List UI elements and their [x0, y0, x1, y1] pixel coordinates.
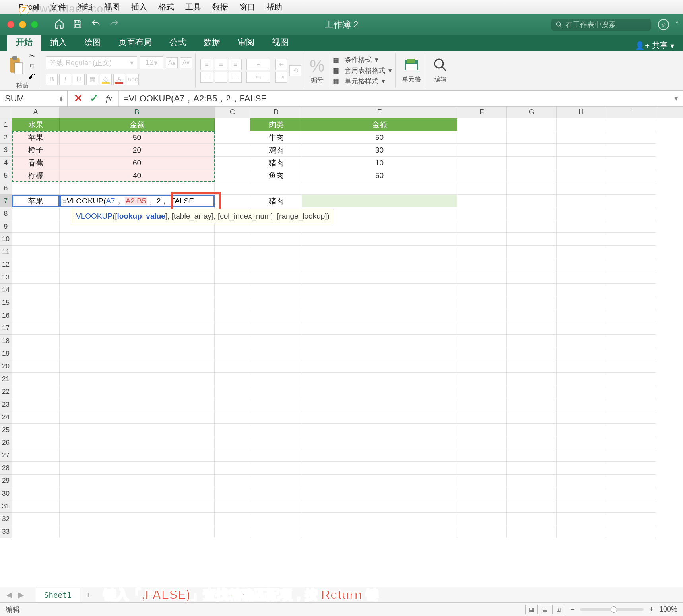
cell-A10[interactable] [12, 233, 60, 246]
cell-I28[interactable] [606, 462, 656, 475]
cell-C17[interactable] [215, 322, 250, 335]
cell-I20[interactable] [606, 360, 656, 373]
fx-icon[interactable]: fx [106, 93, 112, 104]
cell-E10[interactable] [302, 233, 457, 246]
cell-A2[interactable]: 苹果 [12, 131, 60, 144]
cell-F25[interactable] [457, 424, 507, 436]
row-header-13[interactable]: 13 [0, 271, 12, 284]
cell-F7[interactable] [457, 195, 507, 207]
cell-E12[interactable] [302, 258, 457, 271]
cell-A33[interactable] [12, 525, 60, 538]
align-top-icon[interactable]: ≡ [200, 59, 213, 70]
cell-B1[interactable]: 金额 [60, 118, 215, 131]
cell-D3[interactable]: 鸡肉 [250, 144, 302, 157]
cell-H27[interactable] [557, 449, 606, 462]
cell-E23[interactable] [302, 398, 457, 411]
cell-H16[interactable] [557, 309, 606, 322]
cell-B4[interactable]: 60 [60, 157, 215, 169]
menu-help[interactable]: 帮助 [266, 2, 282, 12]
cell-F19[interactable] [457, 347, 507, 360]
cell-D30[interactable] [250, 487, 302, 500]
cell-H6[interactable] [557, 182, 606, 195]
cell-B17[interactable] [60, 322, 215, 335]
cell-B12[interactable] [60, 258, 215, 271]
menu-view[interactable]: 视图 [104, 2, 120, 12]
chevron-up-icon[interactable]: ˆ [676, 21, 678, 28]
wrap-text-icon[interactable]: ⤶ [246, 59, 270, 70]
minimize-window-button[interactable] [19, 21, 26, 28]
align-center-icon[interactable]: ≡ [215, 72, 227, 83]
menu-edit[interactable]: 编辑 [77, 2, 93, 12]
cell-E6[interactable] [302, 182, 457, 195]
cell-B26[interactable] [60, 436, 215, 449]
cell-C7[interactable] [215, 195, 250, 207]
cell-H7[interactable] [557, 195, 606, 207]
cell-B23[interactable] [60, 398, 215, 411]
row-header-9[interactable]: 9 [0, 220, 12, 233]
cell-H3[interactable] [557, 144, 606, 157]
cell-A25[interactable] [12, 424, 60, 436]
row-header-16[interactable]: 16 [0, 309, 12, 322]
cell-C10[interactable] [215, 233, 250, 246]
cell-H26[interactable] [557, 436, 606, 449]
cell-D1[interactable]: 肉类 [250, 118, 302, 131]
cell-D4[interactable]: 猪肉 [250, 157, 302, 169]
cell-G3[interactable] [507, 144, 557, 157]
row-header-12[interactable]: 12 [0, 258, 12, 271]
align-left-icon[interactable]: ≡ [200, 72, 213, 83]
enter-formula-button[interactable]: ✓ [90, 92, 99, 105]
cell-E17[interactable] [302, 322, 457, 335]
tab-home[interactable]: 开始 [7, 34, 41, 51]
cell-C27[interactable] [215, 449, 250, 462]
cell-B19[interactable] [60, 347, 215, 360]
redo-icon[interactable] [109, 19, 119, 31]
cell-G20[interactable] [507, 360, 557, 373]
row-header-29[interactable]: 29 [0, 475, 12, 487]
cell-G27[interactable] [507, 449, 557, 462]
cell-I2[interactable] [606, 131, 656, 144]
zoom-out-button[interactable]: − [570, 605, 575, 614]
increase-indent-icon[interactable]: ⇥ [275, 72, 287, 83]
cell-I24[interactable] [606, 411, 656, 424]
cell-H28[interactable] [557, 462, 606, 475]
row-header-15[interactable]: 15 [0, 296, 12, 309]
cell-E33[interactable] [302, 525, 457, 538]
cell-B16[interactable] [60, 309, 215, 322]
cell-C32[interactable] [215, 513, 250, 525]
column-header-E[interactable]: E [302, 107, 457, 118]
cell-F22[interactable] [457, 385, 507, 398]
cell-I33[interactable] [606, 525, 656, 538]
select-all-corner[interactable] [0, 107, 12, 118]
cell-G12[interactable] [507, 258, 557, 271]
cell-A6[interactable] [12, 182, 60, 195]
cell-D20[interactable] [250, 360, 302, 373]
cell-D6[interactable] [250, 182, 302, 195]
cell-C2[interactable] [215, 131, 250, 144]
cell-A16[interactable] [12, 309, 60, 322]
tab-formulas[interactable]: 公式 [161, 34, 195, 51]
cell-G6[interactable] [507, 182, 557, 195]
cell-B15[interactable] [60, 296, 215, 309]
cell-D33[interactable] [250, 525, 302, 538]
cell-A11[interactable] [12, 246, 60, 258]
cell-C15[interactable] [215, 296, 250, 309]
cell-H22[interactable] [557, 385, 606, 398]
cell-F2[interactable] [457, 131, 507, 144]
row-header-28[interactable]: 28 [0, 462, 12, 475]
cell-F4[interactable] [457, 157, 507, 169]
row-header-26[interactable]: 26 [0, 436, 12, 449]
menu-format[interactable]: 格式 [158, 2, 174, 12]
cell-B3[interactable]: 20 [60, 144, 215, 157]
cell-F14[interactable] [457, 284, 507, 296]
cell-F27[interactable] [457, 449, 507, 462]
cell-D19[interactable] [250, 347, 302, 360]
menu-window[interactable]: 窗口 [239, 2, 255, 12]
cell-E25[interactable] [302, 424, 457, 436]
cell-G26[interactable] [507, 436, 557, 449]
cell-F26[interactable] [457, 436, 507, 449]
cell-G16[interactable] [507, 309, 557, 322]
close-window-button[interactable] [7, 21, 14, 28]
cell-A18[interactable] [12, 335, 60, 347]
cell-G33[interactable] [507, 525, 557, 538]
cell-E14[interactable] [302, 284, 457, 296]
